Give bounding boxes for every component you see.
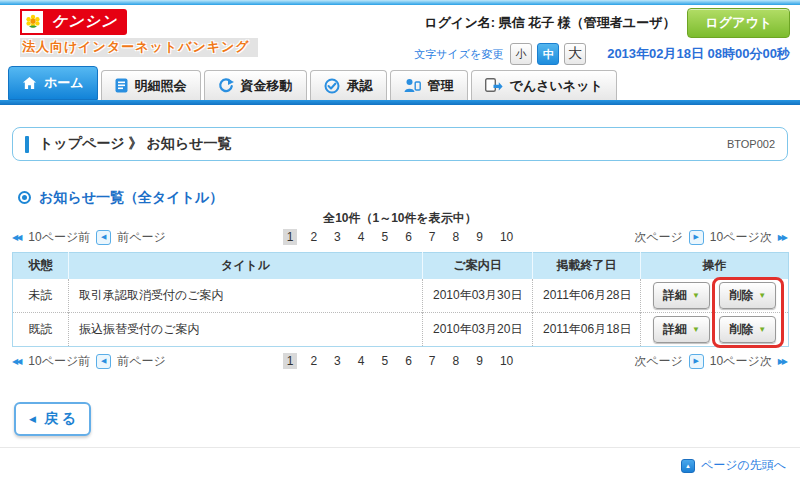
nav-accent-strip	[0, 100, 800, 105]
fund-transfer-icon	[218, 78, 234, 94]
font-size-medium-button[interactable]: 中	[537, 43, 559, 65]
back-arrow-icon: ◀	[29, 414, 36, 424]
page-number[interactable]: 9	[472, 229, 487, 245]
tab-admin[interactable]: 管理	[390, 70, 468, 100]
page-top-link[interactable]: ▲ ページの先頭へ	[681, 457, 786, 474]
tab-approval[interactable]: 承認	[310, 70, 387, 100]
tab-label: 資金移動	[241, 77, 293, 95]
operation-cell: 詳細▼ 削除▼	[641, 279, 789, 313]
next-page-icon[interactable]: ▶	[689, 230, 704, 245]
document-icon	[115, 78, 128, 93]
jump-forward-10-icon: ▶▶	[778, 357, 788, 366]
pagination-top: ◀◀ 10ページ前 ◀ 前ページ 1 2 3 4 5 6 7 8 9 10 次ペ…	[12, 228, 788, 246]
tab-fund-transfer[interactable]: 資金移動	[204, 70, 307, 100]
title-cell: 取引承認取消受付のご案内	[69, 279, 423, 313]
page-number[interactable]: 2	[306, 353, 321, 369]
delete-button-label: 削除	[729, 287, 753, 304]
col-header-end-date: 掲載終了日	[533, 253, 641, 279]
logout-button[interactable]: ログアウト	[687, 8, 790, 38]
page-root: ケンシン 法人向けインターネットバンキング ログイン名: 県信 花子 様（管理者…	[0, 0, 800, 485]
status-cell: 既読	[13, 313, 69, 347]
next-10-pages-link[interactable]: 10ページ次	[710, 229, 772, 246]
end-date-cell: 2011年06月18日	[533, 313, 641, 347]
page-number[interactable]: 4	[354, 353, 369, 369]
operation-cell: 詳細▼ 削除▼	[641, 313, 789, 347]
page-number[interactable]: 3	[330, 229, 345, 245]
col-header-title: タイトル	[69, 253, 423, 279]
page-number[interactable]: 7	[425, 229, 440, 245]
notice-date-cell: 2010年03月20日	[423, 313, 533, 347]
next-10-pages-link[interactable]: 10ページ次	[710, 353, 772, 370]
dropdown-triangle-icon: ▼	[692, 291, 700, 300]
page-number-list: 1 2 3 4 5 6 7 8 9 10	[187, 229, 613, 245]
back-button-label: 戻 る	[44, 410, 76, 428]
next-page-link[interactable]: 次ページ	[634, 229, 683, 246]
page-number[interactable]: 5	[377, 353, 392, 369]
page-number[interactable]: 6	[401, 353, 416, 369]
font-size-large-button[interactable]: 大	[564, 43, 586, 65]
tab-label: ホーム	[44, 74, 84, 92]
font-size-small-button[interactable]: 小	[510, 43, 532, 65]
page-number[interactable]: 10	[496, 353, 517, 369]
tab-home[interactable]: ホーム	[8, 66, 98, 100]
breadcrumb: トップページ 》 お知らせ一覧 BTOP002	[12, 127, 788, 161]
densai-net-icon	[485, 78, 503, 93]
page-number[interactable]: 10	[496, 229, 517, 245]
end-date-cell: 2011年06月28日	[533, 279, 641, 313]
prev-page-link[interactable]: 前ページ	[117, 229, 166, 246]
page-number-current: 1	[283, 229, 298, 245]
breadcrumb-accent-bar	[25, 136, 29, 153]
page-top-icon: ▲	[681, 459, 695, 473]
page-number[interactable]: 4	[354, 229, 369, 245]
tab-label: 承認	[347, 77, 373, 95]
col-header-status: 状態	[13, 253, 69, 279]
page-number-list: 1 2 3 4 5 6 7 8 9 10	[187, 353, 613, 369]
page-number[interactable]: 7	[425, 353, 440, 369]
page-number[interactable]: 9	[472, 353, 487, 369]
jump-back-10-icon: ◀◀	[12, 233, 22, 242]
sunflower-logo-icon	[20, 9, 45, 35]
dropdown-triangle-icon: ▼	[692, 325, 700, 334]
approval-check-icon	[324, 78, 340, 94]
col-header-operation: 操作	[641, 253, 789, 279]
prev-page-link[interactable]: 前ページ	[117, 353, 166, 370]
table-header-row: 状態 タイトル ご案内日 掲載終了日 操作	[13, 253, 789, 279]
page-number-current: 1	[283, 353, 298, 369]
pagination-bottom: ◀◀ 10ページ前 ◀ 前ページ 1 2 3 4 5 6 7 8 9 10 次ペ…	[12, 352, 788, 370]
breadcrumb-path: トップページ 》 お知らせ一覧	[39, 135, 231, 153]
tab-statement-inquiry[interactable]: 明細照会	[101, 70, 201, 100]
tab-label: でんさいネット	[510, 77, 603, 95]
next-page-link[interactable]: 次ページ	[634, 353, 683, 370]
next-page-icon[interactable]: ▶	[689, 354, 704, 369]
table-row: 既読 振込振替受付のご案内 2010年03月20日 2011年06月18日 詳細…	[13, 313, 789, 347]
detail-button[interactable]: 詳細▼	[653, 316, 710, 343]
detail-button-label: 詳細	[663, 321, 687, 338]
title-cell: 振込振替受付のご案内	[69, 313, 423, 347]
table-row: 未読 取引承認取消受付のご案内 2010年03月30日 2011年06月28日 …	[13, 279, 789, 313]
prev-10-pages-link[interactable]: 10ページ前	[28, 353, 90, 370]
page-top-link-label: ページの先頭へ	[701, 457, 786, 474]
notice-table: 状態 タイトル ご案内日 掲載終了日 操作 未読 取引承認取消受付のご案内 20…	[12, 252, 789, 347]
result-count: 全10件（1～10件を表示中）	[12, 210, 788, 224]
back-button[interactable]: ◀ 戻 る	[14, 402, 91, 436]
detail-button[interactable]: 詳細▼	[653, 282, 710, 309]
delete-button-label: 削除	[729, 321, 753, 338]
prev-page-icon[interactable]: ◀	[96, 354, 111, 369]
tab-densai-net[interactable]: でんさいネット	[471, 70, 617, 100]
page-number[interactable]: 2	[306, 229, 321, 245]
prev-page-icon[interactable]: ◀	[96, 230, 111, 245]
page-number[interactable]: 8	[449, 353, 464, 369]
page-number[interactable]: 6	[401, 229, 416, 245]
page-number[interactable]: 5	[377, 229, 392, 245]
prev-10-pages-link[interactable]: 10ページ前	[28, 229, 90, 246]
bank-logo: ケンシン 法人向けインターネットバンキング	[20, 9, 258, 57]
page-number[interactable]: 8	[449, 229, 464, 245]
section-bullet-icon	[18, 191, 31, 204]
home-icon	[22, 76, 37, 90]
delete-button[interactable]: 削除▼	[719, 282, 776, 309]
tab-label: 明細照会	[135, 77, 187, 95]
delete-button[interactable]: 削除▼	[719, 316, 776, 343]
page-number[interactable]: 3	[330, 353, 345, 369]
login-name: ログイン名: 県信 花子 様（管理者ユーザ）	[424, 14, 675, 32]
detail-button-label: 詳細	[663, 287, 687, 304]
